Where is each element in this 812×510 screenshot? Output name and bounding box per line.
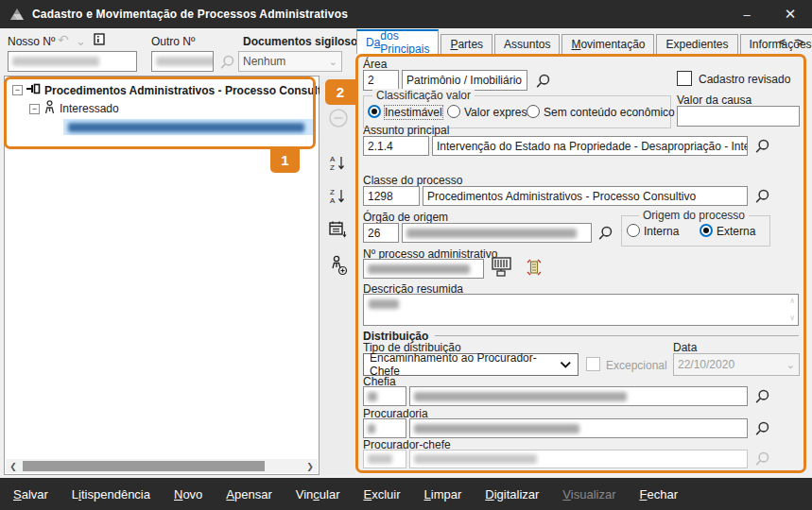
limpar-button[interactable]: Limpar [424,487,462,502]
tab-scroll-left-icon[interactable]: < [779,36,786,49]
valor-causa-input[interactable] [677,106,800,127]
excluir-button[interactable]: Excluir [364,487,401,502]
tree-row-interessado[interactable]: − Interessado [29,100,119,117]
chefia-code-input[interactable] [363,386,406,406]
origem-processo-label: Origem do processo [639,209,749,222]
section-divider [435,335,799,336]
undo-icon[interactable]: ↶ [58,32,69,47]
area-name-input[interactable]: Patrimônio / Imobiliário [402,70,527,91]
radio-sem-conteudo-label[interactable]: Sem conteúdo econômico [544,106,675,119]
tab-scroll-right-icon[interactable]: > [797,36,803,49]
callout-badge-2: 2 [325,79,355,105]
orgao-origem-label: Órgão de origem [363,211,448,224]
tipo-distribuicao-select[interactable]: Encaminhamento ao Procurador-Chefe [363,353,579,376]
app-logo-icon [9,8,25,21]
radio-inestimavel-label[interactable]: Inestimável [385,106,442,119]
minimize-button[interactable]: – [725,0,769,28]
classe-name-input[interactable]: Procedimentos Administrativos - Processo… [423,186,748,206]
documentos-sigilosos-value: Nenhum [243,55,285,68]
visualizar-button: Visualizar [562,487,615,502]
collapse-icon[interactable] [328,108,349,128]
search-icon[interactable] [596,225,613,242]
tree-root-label: Procedimentos Administrativos - Processo… [44,84,337,97]
svg-text:Z: Z [330,163,335,172]
fechar-button[interactable]: Fechar [639,487,677,502]
search-icon[interactable] [753,388,770,405]
close-button[interactable]: ✕ [769,0,812,28]
action-button-bar: Salvar Litispendência Novo Apensar Vincu… [0,478,812,510]
search-icon[interactable] [218,54,235,71]
excepcional-checkbox [586,357,600,371]
novo-button[interactable]: Novo [174,487,202,502]
search-icon[interactable] [534,73,551,90]
search-icon[interactable] [753,420,770,437]
chevron-down-icon[interactable]: ⌄ [76,34,86,48]
scrollbar-thumb[interactable] [23,461,265,471]
search-icon[interactable] [753,138,770,155]
orgao-name-input[interactable] [402,223,592,243]
tab-expedientes[interactable]: Expedientes [656,34,737,54]
radio-valor-expresso[interactable] [447,105,460,118]
assunto-code-input[interactable]: 2.1.4 [363,136,429,156]
scroll-left-icon[interactable]: ❮ [6,462,21,471]
tree-horizontal-scrollbar[interactable]: ❮ ❯ [6,459,318,473]
nosso-numero-input[interactable] [8,51,137,72]
tab-partes[interactable]: Partes [441,34,492,54]
orgao-code-input[interactable]: 26 [363,223,399,243]
chevron-down-icon [560,361,572,368]
note-icon[interactable] [94,33,105,49]
cadastro-revisado-checkbox[interactable] [677,71,692,86]
radio-interna-label[interactable]: Interna [644,225,679,238]
digitalizar-button[interactable]: Digitalizar [485,487,539,502]
descricao-resumida-textarea[interactable]: ∧ ∨ [363,294,799,326]
add-interested-icon[interactable] [328,255,349,276]
outro-numero-label: Outro Nº [151,35,195,48]
num-processo-input[interactable] [363,259,484,279]
scroll-down-icon[interactable]: ∨ [789,314,795,322]
radio-inestimavel[interactable] [368,105,381,118]
tab-movimentacao[interactable]: Movimentação [561,34,654,54]
apensar-button[interactable]: Apensar [226,487,271,502]
cadastro-revisado-label: Cadastro revisado [699,73,790,86]
doc-label-icon[interactable] [526,258,543,280]
chevron-down-icon: ⌄ [786,359,795,371]
classe-processo-label: Classe do processo [363,174,462,187]
tree-row-root[interactable]: − Procedimentos Administrativos - Proces… [12,82,337,98]
radio-sem-conteudo[interactable] [527,105,540,118]
tree-selected-item[interactable] [63,119,315,135]
outro-numero-input[interactable] [151,51,214,72]
classe-code-input[interactable]: 1298 [363,186,420,206]
sort-az-icon[interactable]: AZ [328,154,349,173]
procuradoria-name-input[interactable] [409,418,748,438]
search-icon [753,450,770,468]
procuradoria-code-input[interactable] [363,418,406,438]
collapse-expander-icon[interactable]: − [29,104,40,114]
sort-za-icon[interactable]: ZA [328,187,349,206]
vincular-button[interactable]: Vincular [296,487,340,502]
litispendencia-button[interactable]: Litispendência [72,487,150,502]
window-title: Cadastro e Movimentação de Processos Adm… [32,8,348,21]
chefia-name-input[interactable] [409,386,748,406]
area-code-input[interactable]: 2 [363,70,399,91]
svg-text:A: A [330,196,336,205]
search-icon[interactable] [753,188,770,205]
chevron-down-icon: ⌄ [329,56,337,68]
tab-assuntos[interactable]: Assuntos [494,34,560,54]
person-icon [43,100,56,117]
valor-causa-label: Valor da causa [677,94,752,107]
collapse-expander-icon[interactable]: − [12,85,23,95]
radio-externa-label[interactable]: Externa [717,225,755,238]
scroll-right-icon[interactable]: ❯ [302,462,318,471]
tab-dados-principais[interactable]: Dados Principais [356,29,439,54]
radio-interna[interactable] [627,224,640,237]
scroll-up-icon[interactable]: ∧ [789,298,795,305]
procurador-chefe-code-input [363,450,406,468]
process-tree-panel[interactable]: − Procedimentos Administrativos - Proces… [4,76,320,475]
radio-externa[interactable] [700,224,713,237]
barcode-scan-icon[interactable] [491,257,513,280]
documentos-sigilosos-select[interactable]: Nenhum ⌄ [238,51,342,72]
sort-date-icon[interactable] [328,220,349,239]
data-value: 22/10/2020 [678,358,734,371]
assunto-name-input[interactable]: Intervenção do Estado na Propriedade - D… [432,136,748,156]
salvar-button[interactable]: Salvar [13,487,48,502]
